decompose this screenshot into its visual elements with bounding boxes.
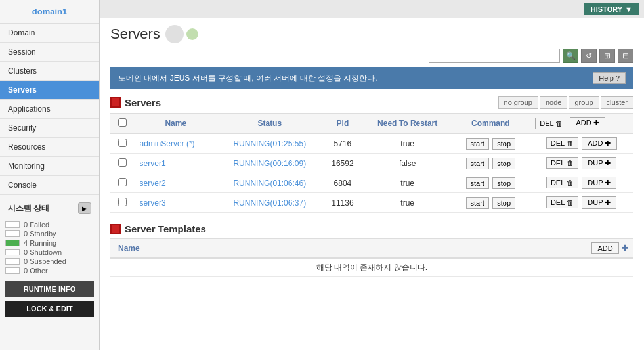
info-text: 도메인 내에서 JEUS 서버를 구성할 때, 여러 서버에 대한 설정을 지정…: [118, 73, 377, 84]
row-actions-2: DEL 🗑 DUP ✚: [529, 173, 633, 193]
group-btn-cluster[interactable]: cluster: [601, 96, 633, 109]
row-pid-1: 16592: [322, 154, 363, 173]
row-pid-0: 5716: [322, 133, 363, 154]
dup-btn-2[interactable]: DUP ✚: [582, 177, 616, 189]
templates-header-row: Name ADD ✚: [110, 239, 633, 259]
status-row: 4 Running: [5, 239, 94, 247]
sidebar-item-resources[interactable]: Resources: [0, 138, 99, 157]
status-row: 0 Other: [5, 267, 94, 274]
topbar: HISTORY ▼: [100, 0, 644, 18]
status-dot-running: [5, 240, 20, 246]
templates-section-header: Server Templates: [110, 223, 633, 234]
main-area: HISTORY ▼ Servers 🔍 ↺ ⊞ ⊟ 도메인 내에서 JEUS 서…: [100, 0, 644, 350]
row-checkbox-0[interactable]: [118, 139, 127, 147]
row-checkbox-cell: [110, 173, 135, 193]
history-button[interactable]: HISTORY ▼: [584, 3, 639, 15]
search-row: 🔍 ↺ ⊞ ⊟: [110, 49, 633, 63]
row-checkbox-1[interactable]: [118, 158, 127, 167]
runtime-info-button[interactable]: RUNTIME INFO: [5, 281, 94, 297]
sidebar-item-clusters[interactable]: Clusters: [0, 62, 99, 81]
group-btn-node[interactable]: node: [540, 96, 567, 109]
dup-btn-1[interactable]: DUP ✚: [582, 157, 616, 169]
sidebar-item-domain[interactable]: Domain: [0, 24, 99, 43]
th-name: Name: [135, 114, 217, 134]
status-icon-button[interactable]: ▶: [78, 202, 91, 214]
row-need-restart-1: false: [363, 154, 452, 173]
sidebar-item-security[interactable]: Security: [0, 119, 99, 138]
group-btn-no-group[interactable]: no group: [498, 96, 538, 109]
row-name-2[interactable]: server2: [135, 173, 217, 193]
status-dot-other: [5, 267, 20, 274]
del-btn-3[interactable]: DEL 🗑: [546, 196, 578, 208]
help-button[interactable]: Help ?: [593, 72, 626, 84]
stop-btn-3[interactable]: stop: [492, 197, 515, 209]
table-row: server3 RUNNING(01:06:37) 11136 true sta…: [110, 193, 633, 213]
export-button[interactable]: ⊞: [599, 49, 615, 63]
th-template-name: Name: [110, 239, 330, 259]
sidebar-item-console[interactable]: Console: [0, 176, 99, 195]
templates-table: Name ADD ✚ 해당 내역이 존재하지 않습니다.: [110, 238, 633, 277]
servers-tbody: adminServer (*) RUNNING(01:25:55) 5716 t…: [110, 133, 633, 213]
row-status-1: RUNNING(00:16:09): [217, 154, 322, 173]
group-btn-group[interactable]: group: [569, 96, 599, 109]
sidebar-item-monitoring[interactable]: Monitoring: [0, 157, 99, 176]
row-actions-0: DEL 🗑 ADD ✚: [529, 133, 633, 154]
row-name-1[interactable]: server1: [135, 154, 217, 173]
select-all-checkbox[interactable]: [118, 118, 127, 127]
domain-title[interactable]: domain1: [0, 0, 99, 24]
status-label: 0 Failed: [24, 221, 49, 229]
header-add-button[interactable]: ADD ✚: [570, 117, 605, 129]
th-command: Command: [452, 114, 529, 134]
page-title-row: Servers: [110, 25, 633, 43]
lock-edit-button[interactable]: LOCK & EDIT: [5, 301, 94, 317]
th-need-restart: Need To Restart: [363, 114, 452, 134]
search-input[interactable]: [429, 49, 560, 63]
dup-btn-0[interactable]: ADD ✚: [582, 137, 616, 150]
del-btn-1[interactable]: DEL 🗑: [546, 157, 578, 169]
templates-icon: [110, 224, 121, 234]
templates-empty-message: 해당 내역이 존재하지 않습니다.: [110, 258, 633, 277]
del-btn-0[interactable]: DEL 🗑: [546, 137, 578, 149]
dup-btn-3[interactable]: DUP ✚: [582, 196, 616, 209]
status-row: 0 Standby: [5, 230, 94, 238]
status-rows: 0 Failed0 Standby4 Running0 Shutdown0 Su…: [0, 217, 99, 278]
template-add-button[interactable]: ADD: [591, 242, 618, 254]
row-checkbox-2[interactable]: [118, 178, 127, 186]
start-btn-0[interactable]: start: [466, 138, 489, 150]
status-label: 0 Other: [24, 267, 48, 274]
status-label: 0 Standby: [24, 230, 56, 238]
start-btn-2[interactable]: start: [466, 177, 489, 189]
sidebar-item-session[interactable]: Session: [0, 43, 99, 62]
row-pid-3: 11136: [322, 193, 363, 213]
th-actions: DEL 🗑 ADD ✚: [529, 114, 633, 134]
sidebar-item-servers[interactable]: Servers: [0, 81, 99, 100]
row-checkbox-3[interactable]: [118, 198, 127, 206]
row-status-3: RUNNING(01:06:37): [217, 193, 322, 213]
start-btn-3[interactable]: start: [466, 197, 489, 209]
status-row: 0 Failed: [5, 221, 94, 229]
sidebar-item-applications[interactable]: Applications: [0, 100, 99, 119]
row-actions-3: DEL 🗑 DUP ✚: [529, 193, 633, 213]
header-del-button[interactable]: DEL 🗑: [535, 118, 567, 129]
search-button[interactable]: 🔍: [563, 49, 578, 63]
th-checkbox: [110, 114, 135, 134]
stop-btn-0[interactable]: stop: [492, 138, 515, 150]
refresh-button[interactable]: ↺: [581, 49, 597, 63]
row-name-0[interactable]: adminServer (*): [135, 133, 217, 154]
templates-empty-row: 해당 내역이 존재하지 않습니다.: [110, 258, 633, 277]
row-checkbox-cell: [110, 154, 135, 173]
row-checkbox-cell: [110, 133, 135, 154]
row-name-3[interactable]: server3: [135, 193, 217, 213]
stop-btn-2[interactable]: stop: [492, 177, 515, 189]
stop-btn-1[interactable]: stop: [492, 158, 515, 169]
settings-button[interactable]: ⊟: [618, 49, 633, 63]
circle-gray: [165, 25, 184, 43]
servers-title: Servers: [110, 97, 161, 108]
status-row: 0 Suspended: [5, 257, 94, 265]
table-row: adminServer (*) RUNNING(01:25:55) 5716 t…: [110, 133, 633, 154]
table-row: server2 RUNNING(01:06:46) 6804 true star…: [110, 173, 633, 193]
del-btn-2[interactable]: DEL 🗑: [546, 177, 578, 188]
group-buttons: no groupnodegroupcluster: [498, 96, 633, 109]
content-area: Servers 🔍 ↺ ⊞ ⊟ 도메인 내에서 JEUS 서버를 구성할 때, …: [100, 18, 644, 350]
start-btn-1[interactable]: start: [466, 158, 489, 169]
